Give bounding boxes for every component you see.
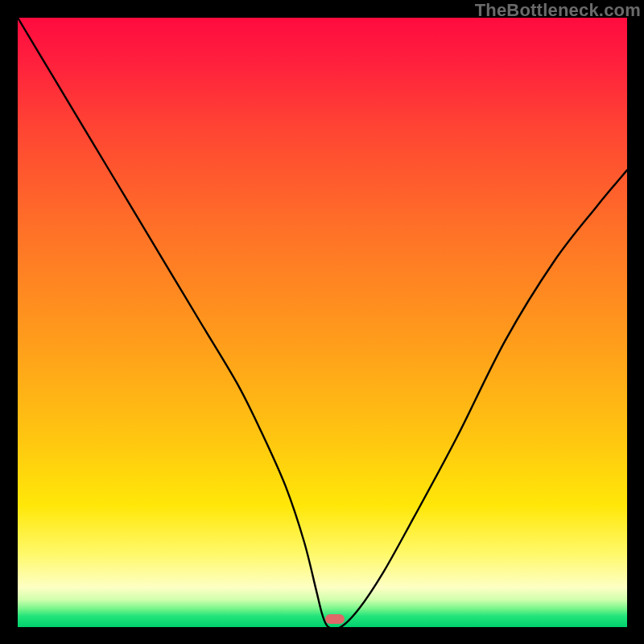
chart-stage: TheBottleneck.com	[0, 0, 644, 644]
plot-area	[18, 18, 627, 627]
minimum-marker	[325, 614, 345, 624]
bottleneck-curve	[18, 18, 627, 627]
curve-svg	[18, 18, 627, 627]
